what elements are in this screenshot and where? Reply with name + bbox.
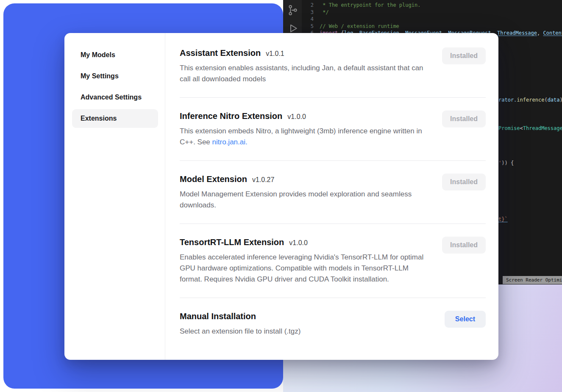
sidebar-item-extensions[interactable]: Extensions — [72, 109, 158, 128]
installed-button: Installed — [442, 110, 486, 127]
sidebar-item-my-models[interactable]: My Models — [72, 46, 158, 64]
settings-modal: My Models My Settings Advanced Settings … — [64, 33, 498, 360]
extension-title: Model Extension — [180, 174, 247, 185]
extension-section-tensorrt: TensortRT-LLM Extension v1.0.0 Enables a… — [180, 224, 486, 298]
code-lines: 2 * The entrypoint for the plugin.3 */45… — [303, 2, 562, 37]
screen-reader-status-chip[interactable]: Screen Reader Optimized — [503, 276, 562, 284]
extension-section-model: Model Extension v1.0.27 Model Management… — [180, 160, 486, 224]
extension-version: v1.0.0 — [289, 239, 308, 247]
source-control-icon[interactable] — [287, 4, 299, 16]
extension-version: v1.0.1 — [266, 50, 284, 58]
code-fragment: ')) { — [498, 160, 514, 167]
manual-installation-section: Manual Installation Select an extension … — [180, 298, 486, 350]
code-fragment: t}` — [498, 216, 508, 223]
extensions-list: Assistant Extension v1.0.1 This extensio… — [165, 33, 498, 360]
installed-button: Installed — [442, 237, 486, 254]
extension-version: v1.0.27 — [252, 176, 274, 184]
extension-section-nitro: Inference Nitro Extension v1.0.0 This ex… — [180, 97, 486, 160]
extension-title: TensortRT-LLM Extension — [180, 237, 284, 248]
screenshot-root: 2 * The entrypoint for the plugin.3 */45… — [0, 0, 562, 392]
settings-sidebar: My Models My Settings Advanced Settings … — [64, 33, 165, 360]
extension-title: Assistant Extension — [180, 47, 261, 58]
installed-button: Installed — [442, 47, 486, 64]
extension-description: Enables accelerated inference leveraging… — [180, 252, 428, 285]
extension-description: This extension embeds Nitro, a lightweig… — [180, 126, 428, 148]
installed-button: Installed — [442, 174, 486, 190]
nitro-jan-ai-link[interactable]: nitro.jan.ai. — [212, 138, 248, 146]
extension-section-assistant: Assistant Extension v1.0.1 This extensio… — [180, 47, 486, 97]
select-file-button[interactable]: Select — [445, 311, 486, 328]
extension-version: v1.0.0 — [287, 113, 306, 121]
sidebar-item-advanced-settings[interactable]: Advanced Settings — [72, 88, 158, 107]
extension-description: This extension enables assistants, inclu… — [180, 63, 428, 85]
manual-installation-title: Manual Installation — [180, 311, 256, 322]
code-fragment: Promise<ThreadMessage> — [498, 125, 562, 132]
extension-title: Inference Nitro Extension — [180, 110, 282, 121]
extension-description: Model Management Extension provides mode… — [180, 189, 428, 211]
code-fragment: rator.inference(data)); — [498, 97, 562, 104]
manual-installation-description: Select an extension file to install (.tg… — [180, 326, 300, 337]
sidebar-item-my-settings[interactable]: My Settings — [72, 67, 158, 86]
